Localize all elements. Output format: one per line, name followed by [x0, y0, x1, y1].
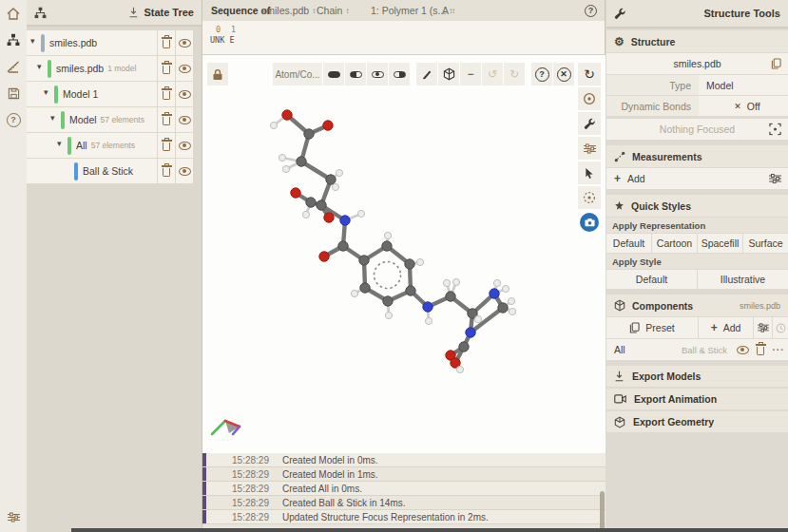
section-measurements[interactable]: Measurements: [606, 145, 788, 167]
delete-node-button[interactable]: [157, 107, 175, 133]
brush-select-button[interactable]: [416, 63, 437, 86]
granularity-atom-button[interactable]: [323, 63, 344, 86]
delete-node-button[interactable]: [157, 133, 175, 159]
focus-target-icon[interactable]: [769, 124, 781, 136]
lock-selection-button[interactable]: [207, 63, 228, 86]
measurements-add-row[interactable]: + Add: [606, 168, 788, 189]
rep-spacefill-button[interactable]: Spacefill: [698, 234, 742, 253]
component-visibility-button[interactable]: [733, 346, 752, 354]
visibility-toggle-button[interactable]: [175, 82, 193, 107]
dynamic-bonds-toggle[interactable]: ✕ Off: [699, 96, 788, 116]
sliders-icon: [758, 323, 769, 332]
rep-default-button[interactable]: Default: [606, 234, 651, 253]
granularity-chain-button[interactable]: [367, 63, 388, 86]
visibility-toggle-button[interactable]: [175, 159, 193, 184]
component-history-button[interactable]: [773, 317, 788, 338]
viewport-settings-button[interactable]: [578, 137, 601, 160]
style-illustrative-button[interactable]: Illustrative: [698, 270, 788, 289]
rep-surface-button[interactable]: Surface: [743, 234, 788, 253]
pointer-mode-button[interactable]: [578, 162, 601, 184]
viewport-3d[interactable]: Atom/Co... − ↺ ↻ ? ✕ ↻: [202, 55, 605, 453]
save-session-button[interactable]: [0, 80, 27, 106]
plus-icon: +: [614, 172, 621, 185]
settings-button[interactable]: [0, 504, 27, 530]
visibility-toggle-button[interactable]: [175, 56, 193, 82]
preset-button[interactable]: Preset: [606, 317, 698, 338]
component-all-row[interactable]: All Ball & Stick ···: [606, 339, 788, 360]
copy-icon[interactable]: [771, 58, 781, 69]
export-animation-section[interactable]: Export Animation: [606, 389, 788, 409]
dynamic-bonds-row[interactable]: Dynamic Bonds ✕ Off: [606, 96, 788, 116]
caret-icon[interactable]: ▾: [37, 62, 46, 71]
center-camera-button[interactable]: [578, 87, 601, 110]
log-scrollbar-thumb[interactable]: [600, 491, 605, 528]
sequence-view[interactable]: 01 UNK E: [202, 21, 605, 55]
export-models-section[interactable]: Export Models: [606, 366, 788, 387]
delete-node-button[interactable]: [157, 56, 175, 82]
subtract-selection-button[interactable]: −: [460, 63, 481, 86]
circle-dot-icon: [583, 92, 596, 105]
window-bottom-edge: [71, 528, 788, 532]
reset-camera-button[interactable]: ↻: [578, 63, 601, 86]
tree-row-smiles-model[interactable]: ▾ smiles.pdb 1 model: [27, 56, 193, 82]
close-selection-toolbar-button[interactable]: ✕: [553, 63, 574, 86]
tree-row-all-elements[interactable]: ▾ All 57 elements: [27, 133, 193, 159]
component-options-button[interactable]: [754, 317, 772, 338]
molecule-render[interactable]: [202, 55, 605, 453]
selection-mode-button[interactable]: [578, 186, 601, 209]
sequence-entity-select[interactable]: 1: Polymer 1 (s...↕: [371, 5, 452, 16]
section-quick-styles[interactable]: Quick Styles: [606, 195, 788, 217]
tree-row-ball-and-stick[interactable]: Ball & Stick: [27, 159, 193, 184]
sequence-help-button[interactable]: ?: [585, 5, 597, 17]
structure-source-row[interactable]: smiles.pdb: [606, 53, 788, 74]
tree-row-smiles-pdb[interactable]: ▾ smiles.pdb: [27, 30, 193, 56]
component-more-button[interactable]: ···: [769, 345, 788, 355]
structure-type-row[interactable]: Type Model: [606, 75, 788, 95]
undo-button[interactable]: ↺: [482, 63, 503, 86]
section-structure[interactable]: ⚙ Structure: [606, 30, 788, 52]
selection-help-button[interactable]: ?: [531, 63, 552, 86]
caret-icon[interactable]: ▾: [57, 139, 66, 148]
state-tree-title: State Tree: [144, 7, 194, 18]
add-component-button[interactable]: + Add: [699, 317, 753, 338]
state-tree-title-group[interactable]: State Tree: [128, 7, 194, 18]
measurement-options-icon[interactable]: [769, 174, 781, 184]
caret-icon[interactable]: ▾: [30, 36, 39, 46]
export-geometry-section[interactable]: Export Geometry: [606, 411, 788, 432]
granularity-entity-button[interactable]: [389, 63, 410, 86]
state-tree-button[interactable]: [0, 27, 27, 53]
dashed-circle-icon: [583, 191, 596, 204]
sequence-chain-select[interactable]: A↕: [442, 5, 455, 16]
sequence-structure-select[interactable]: smiles.pdb↕: [261, 5, 316, 16]
focus-row[interactable]: Nothing Focused: [606, 119, 788, 140]
caret-icon[interactable]: ▾: [44, 87, 52, 97]
log-panel: 15:28:29Created Model in 0ms. 15:28:29Cr…: [202, 453, 605, 528]
style-default-button[interactable]: Default: [606, 270, 697, 289]
visibility-toggle-button[interactable]: [175, 30, 193, 56]
redo-button[interactable]: ↻: [504, 63, 525, 86]
screenshot-button[interactable]: [578, 211, 601, 234]
delete-node-button[interactable]: [157, 159, 175, 184]
state-tree-header: State Tree: [27, 0, 202, 27]
help-sidebar-button[interactable]: ?: [0, 106, 27, 133]
delete-node-button[interactable]: [157, 30, 175, 56]
sequence-mode-select[interactable]: Chain↕: [317, 5, 349, 16]
sequence-residues[interactable]: UNK E: [210, 35, 235, 45]
home-button[interactable]: [0, 0, 27, 27]
measurements-tool-button[interactable]: [0, 53, 27, 80]
rep-cartoon-button[interactable]: Cartoon: [652, 234, 697, 253]
granularity-residue-button[interactable]: [345, 63, 366, 86]
component-delete-button[interactable]: [752, 344, 769, 355]
controls-wrench-button[interactable]: [578, 112, 601, 135]
visibility-toggle-button[interactable]: [175, 133, 193, 159]
caret-icon[interactable]: ▾: [50, 113, 59, 123]
section-components[interactable]: Components smiles.pdb: [606, 294, 788, 316]
orientation-axes[interactable]: [208, 413, 246, 442]
node-state-bar: [48, 60, 51, 78]
granularity-dropdown[interactable]: Atom/Co...: [273, 63, 322, 86]
tree-row-model-1[interactable]: ▾ Model 1: [27, 82, 193, 107]
tree-row-model-elements[interactable]: ▾ Model 57 elements: [27, 107, 193, 133]
visibility-toggle-button[interactable]: [175, 107, 193, 133]
delete-node-button[interactable]: [157, 82, 175, 107]
structure-select-button[interactable]: [438, 63, 459, 86]
